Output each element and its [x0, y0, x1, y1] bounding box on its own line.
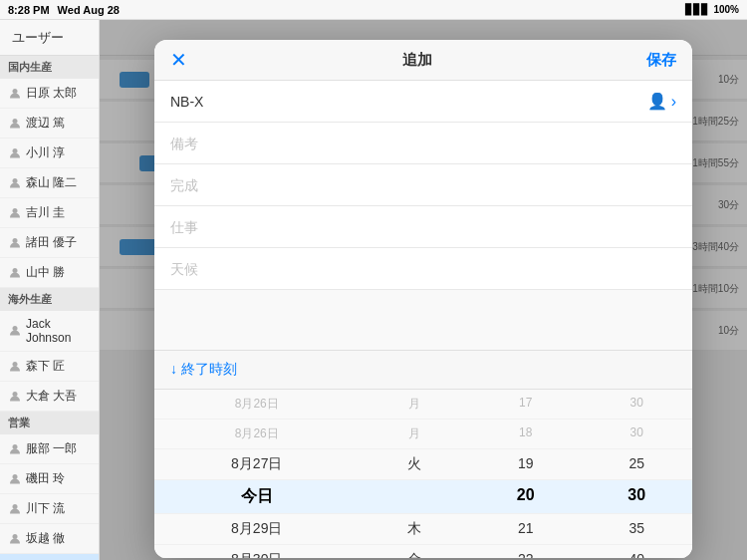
svg-point-0	[13, 89, 18, 94]
sidebar-item[interactable]: 日原 太郎	[0, 79, 99, 109]
sidebar-item[interactable]: 森下 匠	[0, 352, 99, 382]
sidebar-item[interactable]: Jack Johnson	[0, 311, 99, 352]
complete-input[interactable]	[170, 169, 676, 201]
sidebar-item[interactable]: 渡辺 篤	[0, 109, 99, 139]
status-time: 8:28 PM	[8, 4, 50, 16]
sidebar-item[interactable]: 磯田 玲	[0, 464, 99, 494]
person-icon	[8, 87, 22, 101]
picker-row[interactable]: 8月26日月1730	[154, 390, 692, 420]
end-time-toggle[interactable]: ↓ 終了時刻	[154, 351, 692, 390]
name-input[interactable]	[170, 86, 647, 118]
sidebar-item[interactable]: 坂越 徹	[0, 524, 99, 554]
sidebar-item[interactable]: 諸田 優子	[0, 228, 99, 258]
name-field-row: 👤 ›	[154, 81, 692, 123]
person-icon	[8, 206, 22, 220]
picker-cell: 8月30日	[154, 545, 360, 558]
wifi-icon: ▊▊▊	[685, 4, 709, 15]
battery-label: 100%	[713, 4, 739, 15]
picker-row[interactable]: 8月29日木2135	[154, 514, 692, 545]
svg-point-2	[13, 148, 18, 153]
sidebar-item[interactable]: 森山 隆二	[0, 168, 99, 198]
end-time-section: ↓ 終了時刻 8月26日月17308月26日月18308月27日火1925今日2…	[154, 350, 692, 558]
modal-header: ✕ 追加 保存	[154, 40, 692, 81]
notes-field-row	[154, 248, 692, 290]
person-icon	[8, 236, 22, 250]
sidebar-item[interactable]: Brenda White	[0, 554, 99, 560]
svg-point-9	[13, 392, 18, 397]
person-icon	[8, 532, 22, 546]
chevron-right-icon: ›	[671, 93, 676, 111]
modal-backdrop: ✕ 追加 保存 👤 ›	[100, 20, 747, 560]
picker-cell: 8月26日	[154, 390, 360, 419]
picker-cell: 21	[470, 514, 581, 544]
sidebar-section-header: 海外生産	[0, 288, 99, 311]
picker-row[interactable]: 8月27日火1925	[154, 449, 692, 480]
person-icon	[8, 324, 22, 338]
svg-point-11	[13, 474, 18, 479]
sidebar-item[interactable]: 服部 一郎	[0, 434, 99, 464]
sidebar-section-header: 営業	[0, 412, 99, 434]
person-icon	[8, 390, 22, 404]
content-area: 10分1時間25分1時間55分30分3時間40分1時間10分10分 ✕ 追加 保…	[100, 20, 747, 560]
picker-cell: 35	[582, 514, 692, 544]
sidebar-item-label: 渡辺 篤	[26, 115, 65, 132]
picker-row[interactable]: 8月30日金2240	[154, 545, 692, 558]
person-icon	[8, 472, 22, 486]
picker-container[interactable]: 8月26日月17308月26日月18308月27日火1925今日20308月29…	[154, 390, 692, 558]
sidebar-list: 国内生産日原 太郎渡辺 篤小川 淳森山 隆二吉川 圭諸田 優子山中 勝海外生産J…	[0, 56, 99, 560]
modal-body: 👤 ›	[154, 81, 692, 558]
memo-input[interactable]	[170, 128, 676, 159]
picker-row[interactable]: 今日2030	[154, 480, 692, 514]
picker-row[interactable]: 8月26日月1830	[154, 420, 692, 449]
picker-cell: 今日	[154, 480, 360, 513]
sidebar-item-label: Jack Johnson	[26, 317, 91, 345]
main-layout: ユーザー 国内生産日原 太郎渡辺 篤小川 淳森山 隆二吉川 圭諸田 優子山中 勝…	[0, 20, 747, 560]
status-bar: 8:28 PM Wed Aug 28 ▊▊▊ 100%	[0, 0, 747, 20]
person-icon	[8, 266, 22, 280]
picker-cell: 火	[360, 449, 470, 479]
work-input[interactable]	[170, 211, 676, 243]
sidebar-item[interactable]: 吉川 圭	[0, 198, 99, 228]
sidebar-item[interactable]: 山中 勝	[0, 258, 99, 288]
sidebar-item-label: 山中 勝	[26, 264, 65, 281]
svg-point-3	[13, 178, 18, 183]
person-icon	[8, 176, 22, 190]
svg-point-12	[13, 504, 18, 509]
picker-cell: 8月26日	[154, 420, 360, 448]
svg-point-8	[13, 362, 18, 367]
svg-point-4	[13, 208, 18, 213]
work-field-row	[154, 206, 692, 248]
svg-point-10	[13, 444, 18, 449]
sidebar-item-label: 日原 太郎	[26, 85, 77, 102]
person-icon	[8, 502, 22, 516]
svg-point-1	[13, 119, 18, 124]
picker-cell: 月	[360, 420, 470, 448]
memo-field-row	[154, 123, 692, 164]
sidebar-title: ユーザー	[12, 29, 64, 47]
modal-save-button[interactable]: 保存	[646, 51, 676, 70]
sidebar-item-label: 森山 隆二	[26, 174, 77, 191]
sidebar-item[interactable]: 小川 淳	[0, 139, 99, 168]
picker-cell: 月	[360, 390, 470, 419]
sidebar-item[interactable]: 大倉 大吾	[0, 382, 99, 412]
svg-point-13	[13, 534, 18, 539]
modal-close-button[interactable]: ✕	[170, 50, 187, 70]
status-left: 8:28 PM Wed Aug 28	[8, 4, 120, 16]
person-icon	[8, 442, 22, 456]
spacer	[154, 290, 692, 350]
picker-cell: 25	[582, 449, 692, 479]
sidebar-item-label: 森下 匠	[26, 358, 65, 375]
sidebar-item[interactable]: 川下 流	[0, 494, 99, 524]
person-icon	[8, 360, 22, 374]
sidebar-nav: ユーザー	[0, 20, 99, 56]
contact-icon-group: 👤 ›	[647, 92, 676, 111]
picker-cell: 金	[360, 545, 470, 558]
notes-input[interactable]	[170, 253, 676, 285]
sidebar-item-label: 吉川 圭	[26, 204, 65, 221]
sidebar-item-label: 服部 一郎	[26, 440, 77, 457]
sidebar-item-label: 坂越 徹	[26, 530, 65, 547]
complete-field-row	[154, 164, 692, 206]
picker-cell: 30	[582, 390, 692, 419]
person-icon	[8, 117, 22, 131]
picker-cell	[360, 480, 470, 513]
